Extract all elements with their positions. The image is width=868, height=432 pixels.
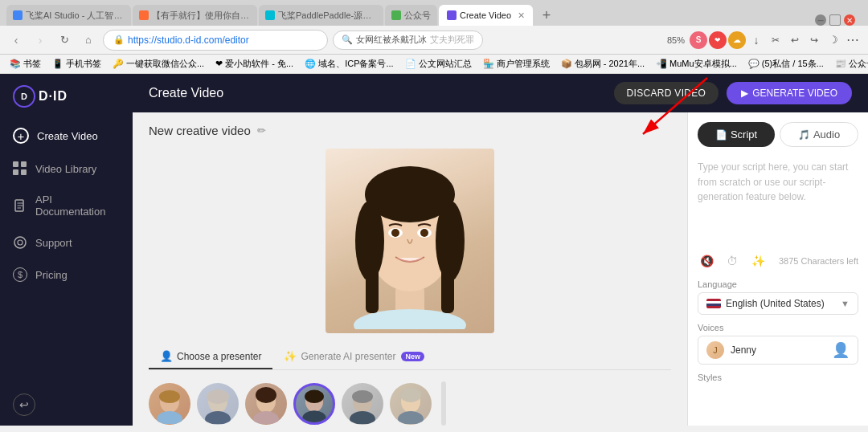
nav-forward[interactable]: › bbox=[31, 31, 50, 50]
svg-point-34 bbox=[352, 390, 373, 403]
voice-select[interactable]: J Jenny 👤 bbox=[698, 336, 858, 365]
magic-icon[interactable]: ✨ bbox=[749, 252, 767, 270]
video-title: New creative video bbox=[149, 124, 251, 137]
presenter-thumb-1[interactable] bbox=[149, 383, 190, 425]
nav-home[interactable]: ⌂ bbox=[79, 31, 98, 50]
sidebar-item-pricing[interactable]: $ Pricing bbox=[0, 259, 133, 291]
bookmark-item[interactable]: 📚书签 bbox=[6, 57, 44, 71]
svg-point-27 bbox=[253, 411, 279, 424]
browser-toolbar: ‹ › ↻ ⌂ 🔒 https://studio.d-id.com/editor… bbox=[0, 26, 868, 55]
discard-video-button[interactable]: DISCARD VIDEO bbox=[614, 82, 719, 104]
svg-rect-15 bbox=[441, 265, 454, 313]
voice-avatar: J bbox=[706, 341, 724, 359]
ext-more[interactable]: ⋯ bbox=[844, 31, 862, 49]
app-container: D D·ID + Create Video Video Library bbox=[0, 74, 868, 426]
tab-close-icon[interactable]: ✕ bbox=[518, 10, 525, 21]
language-select[interactable]: English (United States) ▼ bbox=[698, 292, 858, 315]
svg-point-28 bbox=[256, 387, 276, 403]
script-controls: 🔇 ⏱ ✨ 3875 Characters left bbox=[698, 252, 858, 270]
char-count: 3875 Characters left bbox=[779, 256, 858, 266]
browser-tab-4[interactable]: 公众号 bbox=[385, 5, 437, 26]
svg-rect-14 bbox=[366, 265, 379, 313]
address-bar[interactable]: 🔒 https://studio.d-id.com/editor bbox=[103, 30, 328, 51]
presenter-thumb-3[interactable] bbox=[245, 383, 287, 425]
sidebar-bottom: ↩ bbox=[0, 384, 133, 426]
bookmark-gov[interactable]: 📄公文网站汇总 bbox=[402, 57, 475, 71]
nav-refresh[interactable]: ↻ bbox=[55, 31, 74, 50]
browser-tab-3[interactable]: 飞桨PaddlePaddle-源于产业实践的... bbox=[259, 5, 383, 26]
control-icons: 🔇 ⏱ ✨ bbox=[698, 252, 767, 270]
nav-back[interactable]: ‹ bbox=[6, 31, 26, 50]
dollar-icon: $ bbox=[13, 267, 27, 282]
svg-point-31 bbox=[305, 389, 324, 403]
presenter-list bbox=[149, 378, 671, 426]
ext-3[interactable]: ☁ bbox=[728, 31, 746, 49]
svg-point-37 bbox=[400, 388, 421, 402]
ext-undo[interactable]: ↩ bbox=[786, 31, 804, 49]
video-area: New creative video ✏ bbox=[133, 112, 868, 426]
search-box[interactable]: 🔍 女网红被杀戴孔冰 艾夫判死罪 bbox=[333, 31, 483, 50]
presenter-thumb-4-selected[interactable] bbox=[293, 383, 335, 425]
new-tab-button[interactable]: + bbox=[536, 5, 557, 26]
right-panel: 📄 Script 🎵 Audio Type your script here, … bbox=[687, 112, 868, 426]
new-badge: New bbox=[401, 352, 424, 361]
ext-redo[interactable]: ↪ bbox=[805, 31, 823, 49]
ext-scissors[interactable]: ✂ bbox=[767, 31, 784, 49]
sidebar-item-create-video[interactable]: + Create Video bbox=[0, 119, 133, 153]
presenter-face-svg bbox=[330, 153, 490, 329]
browser-tab-2[interactable]: 【有手就行】使用你自己的声音创造... bbox=[133, 5, 257, 26]
timer-icon[interactable]: ⏱ bbox=[723, 252, 741, 270]
content-header: Create Video DISCARD VIDEO ▶ GENERATE VI… bbox=[133, 74, 868, 112]
styles-label: Styles bbox=[698, 373, 858, 382]
window-close[interactable]: ✕ bbox=[844, 14, 855, 26]
bookmark-domain[interactable]: 🌐域名、ICP备案号... bbox=[301, 57, 397, 71]
svg-point-30 bbox=[302, 410, 326, 424]
script-placeholder: Type your script here, you can start fro… bbox=[698, 160, 858, 205]
bookmark-mp[interactable]: 📰公众号 bbox=[832, 57, 868, 71]
bookmark-merchant[interactable]: 🏪商户管理系统 bbox=[480, 57, 553, 71]
presenter-thumb-2[interactable] bbox=[197, 383, 239, 425]
svg-point-7 bbox=[18, 240, 23, 245]
sidebar-item-support[interactable]: Support bbox=[0, 226, 133, 259]
bookmark-mumu[interactable]: 📲MuMu安卓模拟... bbox=[653, 57, 740, 71]
presenter-preview bbox=[149, 149, 671, 333]
ext-1[interactable]: S bbox=[690, 31, 707, 49]
presenter-thumb-5[interactable] bbox=[342, 383, 383, 425]
edit-icon[interactable]: ✏ bbox=[257, 124, 266, 137]
ext-moon[interactable]: ☽ bbox=[825, 31, 842, 49]
bookmark-ai[interactable]: ❤爱小助软件 - 免... bbox=[212, 57, 297, 71]
script-tab[interactable]: 📄 Script bbox=[698, 122, 775, 147]
sidebar-item-video-library[interactable]: Video Library bbox=[0, 153, 133, 185]
script-text-area[interactable]: Type your script here, you can start fro… bbox=[698, 157, 858, 241]
bookmark-mobile[interactable]: 📱手机书签 bbox=[49, 57, 104, 71]
mute-icon[interactable]: 🔇 bbox=[698, 252, 715, 270]
browser-tab-5[interactable]: Create Video ✕ bbox=[439, 5, 533, 26]
sidebar-item-api-docs[interactable]: API Documentation bbox=[0, 185, 133, 226]
doc-icon bbox=[13, 198, 27, 213]
ai-icon: ✨ bbox=[284, 350, 297, 362]
script-audio-tabs: 📄 Script 🎵 Audio bbox=[698, 122, 858, 147]
bookmark-wechat[interactable]: 🔑一键获取微信公众... bbox=[109, 57, 207, 71]
back-button[interactable]: ↩ bbox=[13, 393, 35, 416]
video-editor: New creative video ✏ bbox=[133, 112, 687, 426]
browser-extensions: S ❤ ☁ ↓ ✂ ↩ ↪ ☽ ⋯ bbox=[690, 31, 862, 49]
audio-tab[interactable]: 🎵 Audio bbox=[780, 122, 858, 147]
choose-presenter-tab[interactable]: 👤 Choose a presenter bbox=[149, 344, 272, 369]
svg-point-25 bbox=[207, 389, 229, 404]
bookmark-msg[interactable]: 💬(5)私信 / 15条... bbox=[745, 57, 827, 71]
generate-ai-presenter-tab[interactable]: ✨ Generate AI presenter New bbox=[272, 344, 436, 369]
list-scrollbar[interactable] bbox=[441, 381, 446, 426]
voice-overlay-icon: 👤 bbox=[832, 341, 850, 359]
svg-point-36 bbox=[398, 411, 424, 424]
bookmark-baoyi[interactable]: 📦包易网 - 2021年... bbox=[558, 57, 648, 71]
sidebar: D D·ID + Create Video Video Library bbox=[0, 74, 133, 426]
person-icon: 👤 bbox=[160, 350, 173, 362]
us-flag bbox=[706, 299, 721, 308]
ext-download[interactable]: ↓ bbox=[747, 31, 765, 49]
generate-video-button[interactable]: ▶ GENERATE VIDEO bbox=[727, 82, 852, 104]
ext-2[interactable]: ❤ bbox=[709, 31, 727, 49]
window-minimize[interactable]: ─ bbox=[815, 14, 826, 26]
presenter-thumb-6[interactable] bbox=[390, 383, 432, 425]
window-maximize[interactable] bbox=[829, 14, 841, 26]
browser-tab-1[interactable]: 飞桨AI Studio - 人工智能学习与实... bbox=[6, 5, 131, 26]
